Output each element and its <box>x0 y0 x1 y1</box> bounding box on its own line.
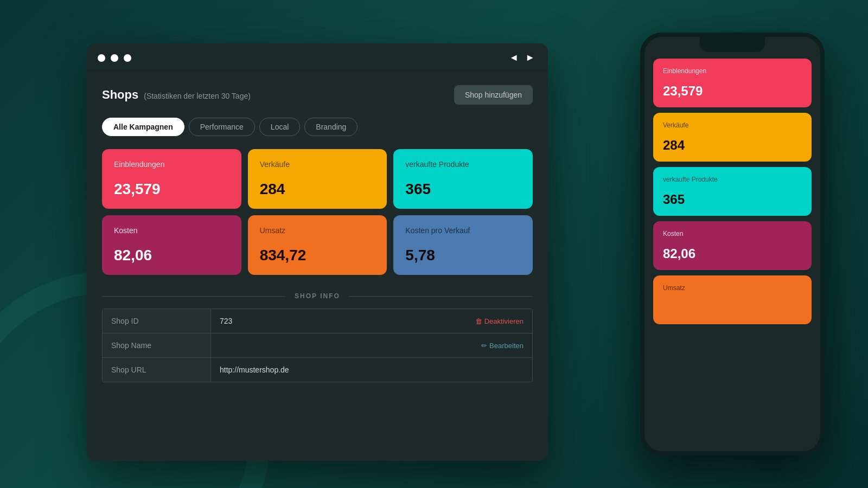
phone-stat-umsatz: Umsatz <box>653 275 812 324</box>
tab-branding[interactable]: Branding <box>304 118 358 136</box>
edit-link[interactable]: ✏ Bearbeiten <box>481 342 524 350</box>
desktop-window: ◄ ► Shops (Statistiken der letzten 30 Ta… <box>87 43 548 461</box>
window-nav-arrows[interactable]: ◄ ► <box>507 51 537 65</box>
stat-label-umsatz: Umsatz <box>260 226 375 235</box>
window-dots <box>98 54 131 62</box>
mobile-phone: Einblendungen 23,579 Verkäufe 284 verkau… <box>640 33 825 455</box>
stat-value-kosten-pro-verkauf: 5,78 <box>405 247 521 264</box>
shop-info-section: SHOP INFO Shop ID 723 🗑 Deaktivieren <box>102 292 533 382</box>
phone-label-verkaeufe: Verkäufe <box>663 121 802 129</box>
window-titlebar: ◄ ► <box>87 43 548 72</box>
shop-info-label: SHOP INFO <box>295 292 340 300</box>
phone-value-verkaufte-produkte: 365 <box>663 192 802 207</box>
nav-next-arrow[interactable]: ► <box>523 51 537 65</box>
shop-name-key: Shop Name <box>103 333 211 357</box>
divider-line-right <box>349 296 533 297</box>
page-subtitle: (Statistiken der letzten 30 Tage) <box>144 92 251 100</box>
phone-content: Einblendungen 23,579 Verkäufe 284 verkau… <box>644 52 820 451</box>
page-title: Shops <box>102 88 138 102</box>
shop-info-table: Shop ID 723 🗑 Deaktivieren Shop Name <box>102 309 533 382</box>
phone-notch <box>700 37 765 52</box>
shop-info-divider: SHOP INFO <box>102 292 533 300</box>
phone-value-verkaeufe: 284 <box>663 138 802 153</box>
nav-prev-arrow[interactable]: ◄ <box>507 51 521 65</box>
stat-label-kosten-pro-verkauf: Kosten pro Verkauf <box>405 226 521 235</box>
phone-stat-kosten: Kosten 82,06 <box>653 221 812 270</box>
phone-stat-verkaeufe: Verkäufe 284 <box>653 113 812 162</box>
tab-all-kampagnen[interactable]: Alle Kampagnen <box>102 118 184 136</box>
page-header: Shops (Statistiken der letzten 30 Tage) … <box>102 85 533 105</box>
deactivate-link[interactable]: 🗑 Deaktivieren <box>475 317 524 325</box>
tabs-container: Alle Kampagnen Performance Local Brandin… <box>102 118 533 136</box>
stat-card-einblendungen: Einblendungen 23,579 <box>102 149 241 209</box>
stat-card-kosten: Kosten 82,06 <box>102 215 241 275</box>
stat-card-umsatz: Umsatz 834,72 <box>248 215 387 275</box>
divider-line-left <box>102 296 286 297</box>
shop-id-val: 723 🗑 Deaktivieren <box>211 309 532 333</box>
window-dot-3 <box>124 54 131 62</box>
shop-info-row-id: Shop ID 723 🗑 Deaktivieren <box>103 309 532 333</box>
stat-value-verkaeufe: 284 <box>260 181 375 198</box>
phone-label-verkaufte-produkte: verkaufte Produkte <box>663 176 802 183</box>
shop-info-row-name: Shop Name ✏ Bearbeiten <box>103 333 532 358</box>
shop-id-key: Shop ID <box>103 309 211 333</box>
shop-url-val: http://mustershop.de <box>211 358 532 382</box>
stat-value-verkaufte-produkte: 365 <box>405 181 521 198</box>
stat-label-kosten: Kosten <box>114 226 229 235</box>
stat-card-kosten-pro-verkauf: Kosten pro Verkauf 5,78 <box>393 215 533 275</box>
stat-label-einblendungen: Einblendungen <box>114 160 229 169</box>
phone-value-einblendungen: 23,579 <box>663 84 802 99</box>
phone-value-kosten: 82,06 <box>663 246 802 261</box>
stat-card-verkaufte-produkte: verkaufte Produkte 365 <box>393 149 533 209</box>
stat-value-umsatz: 834,72 <box>260 247 375 264</box>
shop-id-value: 723 <box>220 317 232 325</box>
phone-label-kosten: Kosten <box>663 230 802 237</box>
shop-info-row-url: Shop URL http://mustershop.de <box>103 358 532 382</box>
stat-label-verkaeufe: Verkäufe <box>260 160 375 169</box>
page-title-group: Shops (Statistiken der letzten 30 Tage) <box>102 88 251 102</box>
shop-url-value: http://mustershop.de <box>220 365 289 374</box>
phone-label-umsatz: Umsatz <box>663 284 802 292</box>
shop-name-val: ✏ Bearbeiten <box>211 333 532 357</box>
tab-performance[interactable]: Performance <box>189 118 255 136</box>
phone-stat-einblendungen: Einblendungen 23,579 <box>653 59 812 107</box>
window-content: Shops (Statistiken der letzten 30 Tage) … <box>87 72 548 461</box>
window-dot-2 <box>111 54 118 62</box>
stat-label-verkaufte-produkte: verkaufte Produkte <box>405 160 521 169</box>
stat-value-einblendungen: 23,579 <box>114 181 229 198</box>
phone-stat-verkaufte-produkte: verkaufte Produkte 365 <box>653 167 812 216</box>
stat-value-kosten: 82,06 <box>114 247 229 264</box>
window-dot-1 <box>98 54 105 62</box>
stat-card-verkaeufe: Verkäufe 284 <box>248 149 387 209</box>
tab-local[interactable]: Local <box>259 118 300 136</box>
phone-label-einblendungen: Einblendungen <box>663 67 802 75</box>
add-shop-button[interactable]: Shop hinzufügen <box>454 85 533 105</box>
stats-grid: Einblendungen 23,579 Verkäufe 284 verkau… <box>102 149 533 275</box>
shop-url-key: Shop URL <box>103 358 211 382</box>
